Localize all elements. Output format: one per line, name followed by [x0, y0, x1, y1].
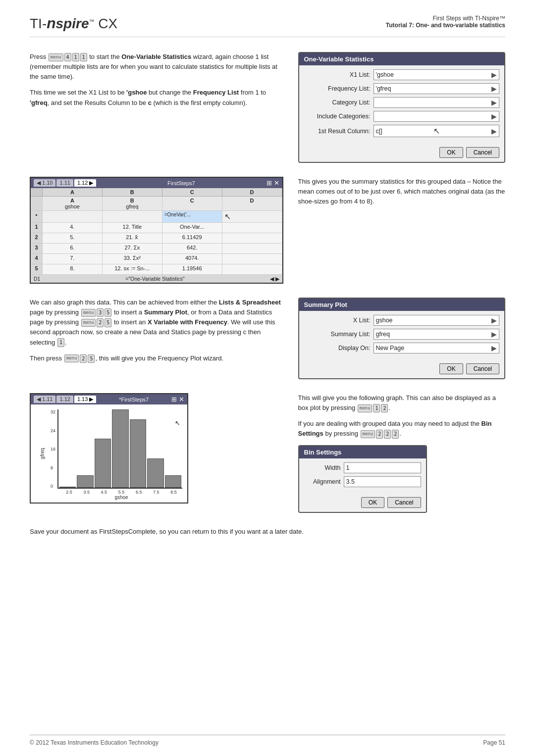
new-page-label: New Page	[376, 345, 405, 352]
ss1-frow-c[interactable]: =OneVar('...	[162, 211, 222, 222]
dialog2-field-sumlist[interactable]: gfreq ▶	[374, 329, 500, 340]
ss1-subhead-c: C	[162, 197, 222, 210]
x-labels: 2.5 3.5 4.5 5.5 6.5 7.5 8.5	[51, 490, 182, 495]
subtitle-line1: First Steps with TI-Nspire™	[386, 15, 505, 22]
ss1-row2-a[interactable]: 5.	[43, 233, 103, 243]
bar-3	[112, 409, 128, 488]
graph-titlebar: ◀ 1.11 1.12 1.13 ▶ *FirstSteps7 ⊞ ✕	[31, 394, 187, 404]
ss1-row3-b[interactable]: 27. Σx	[103, 244, 162, 253]
ss1-row4-d[interactable]	[222, 254, 282, 264]
ss1-row4-c[interactable]: 4074.	[162, 254, 222, 264]
section1-dialog-col: One-Variable Statistics X1 List: 'gshoe …	[298, 52, 506, 163]
ss1-row5-b[interactable]: 12. sx := Sn-...	[103, 264, 162, 274]
dialog2-label-xlist: X List:	[304, 317, 374, 324]
ss1-frow-b[interactable]	[103, 211, 162, 222]
ss1-row4-b[interactable]: 33. Σx²	[103, 254, 162, 264]
dialog2-field-displayon[interactable]: New Page ▶	[374, 343, 500, 353]
ss1-formula-row: • =OneVar('... ↖	[31, 211, 282, 223]
dialog1-buttons: OK Cancel	[299, 144, 505, 162]
chart-inner: 0 8 16 24 32	[51, 409, 182, 489]
graph-tab-111[interactable]: ◀ 1.11	[34, 396, 55, 403]
ss1-row3-c[interactable]: 642.	[162, 244, 222, 253]
ss1-title: FirstSteps7	[167, 180, 195, 186]
ss1-subhead-b: Bgfreq	[103, 197, 162, 210]
bin-field-width[interactable]: 1	[344, 462, 421, 473]
dialog1-row-x1list: X1 List: 'gshoe ▶	[304, 69, 500, 80]
dialog1-label-catlist: Category List:	[304, 99, 374, 106]
y-labels: 0 8 16 24 32	[51, 409, 57, 489]
section1-para2: This time we set the X1 List to be 'gsho…	[30, 88, 283, 107]
ss1-tab-112[interactable]: 1.12 ▶	[74, 179, 96, 187]
x-label-45: 4.5	[95, 490, 112, 495]
y-label-8: 8	[51, 465, 55, 470]
ss1-zoom-icon[interactable]: ⊞	[267, 179, 272, 187]
dialog1-row-inclcat: Include Categories: ▶	[304, 111, 500, 122]
y-label-0: 0	[51, 484, 55, 489]
x-axis-title: gshoe	[51, 495, 182, 500]
bar-0	[59, 487, 76, 488]
section3-para1: We can also graph this data. This can be…	[30, 298, 283, 348]
ss1-row5-a[interactable]: 8.	[43, 264, 103, 274]
dialog2-buttons: OK Cancel	[299, 360, 505, 378]
ss1-row4-a[interactable]: 7.	[43, 254, 103, 264]
arrow-icon: ▶	[491, 112, 497, 120]
ss1-frow-a[interactable]	[43, 211, 103, 222]
graph-icons: ⊞ ✕	[171, 396, 184, 403]
ss1-close-icon[interactable]: ✕	[274, 179, 279, 187]
one-variable-statistics-dialog: One-Variable Statistics X1 List: 'gshoe …	[298, 52, 506, 163]
graph-tab-112[interactable]: 1.12	[56, 396, 73, 403]
dialog1-field-catlist[interactable]: ▶	[374, 97, 500, 108]
ss1-row2-b[interactable]: 21. x̄	[103, 233, 162, 243]
ss1-tab-111[interactable]: 1.11	[56, 179, 73, 187]
ss1-row1-b[interactable]: 12. Title	[103, 223, 162, 233]
dialog1-field-freqlist[interactable]: 'gfreq ▶	[374, 83, 500, 94]
header-subtitle: First Steps with TI-Nspire™ Tutorial 7: …	[386, 15, 505, 29]
bars-area	[57, 409, 182, 489]
bin-dialog-body: Width 1 Alignment 3.5	[299, 458, 426, 494]
dialog1-field-resultcol[interactable]: c[] ↖ ▶	[374, 125, 500, 137]
graph-close-icon[interactable]: ✕	[179, 396, 184, 403]
x-label-25: 2.5	[60, 490, 78, 495]
dialog1-cancel-button[interactable]: Cancel	[466, 147, 499, 158]
y-axis-title: gfreq	[40, 448, 45, 459]
ss1-nav-left[interactable]: ◀	[270, 276, 274, 282]
dialog2-field-xlist[interactable]: gshoe ▶	[374, 315, 500, 326]
x-label-75: 7.5	[148, 490, 165, 495]
bars-container	[58, 409, 182, 488]
bin-ok-button[interactable]: OK	[361, 497, 384, 508]
dialog1-field-x1list[interactable]: 'gshoe ▶	[374, 69, 500, 80]
section4-para2: If you are dealing with grouped data you…	[298, 419, 506, 439]
dialog1-ok-button[interactable]: OK	[439, 147, 463, 158]
dialog2-ok-button[interactable]: OK	[439, 363, 463, 374]
ss1-tab-110[interactable]: ◀ 1.10	[34, 179, 55, 187]
bin-field-align[interactable]: 3.5	[344, 476, 421, 487]
ss1-nav-right[interactable]: ▶	[275, 276, 279, 282]
ss1-tabs: ◀ 1.10 1.11 1.12 ▶	[34, 179, 96, 187]
dialog1-field-inclcat[interactable]: ▶	[374, 111, 500, 122]
ss1-subheader-row: Agshoe Bgfreq C D	[31, 197, 282, 211]
ss1-row3-a[interactable]: 6.	[43, 244, 103, 253]
ss1-row3-num: 3	[31, 244, 43, 253]
ss1-col-b-head: B	[103, 188, 162, 196]
graph-tab-113[interactable]: 1.13 ▶	[74, 396, 96, 403]
chart-area: 0 8 16 24 32	[36, 409, 182, 500]
ss1-row3-d[interactable]	[222, 244, 282, 253]
ss1-row1-d[interactable]	[222, 223, 282, 233]
arrow-icon: ▶	[491, 99, 497, 106]
histogram-col: ◀ 1.11 1.12 1.13 ▶ *FirstSteps7 ⊞ ✕ gfre…	[30, 393, 283, 504]
ss1-row1-c[interactable]: One-Var...	[162, 223, 222, 233]
bar-2	[95, 439, 111, 488]
ss1-row1-a[interactable]: 4.	[43, 223, 103, 233]
dialog1-row-resultcol: 1st Result Column: c[] ↖ ▶	[304, 125, 500, 137]
ss1-frow-d[interactable]: ↖	[222, 211, 282, 222]
dialog2-cancel-button[interactable]: Cancel	[466, 363, 499, 374]
ss1-row2-c[interactable]: 6.11429	[162, 233, 222, 243]
spreadsheet-col: ◀ 1.10 1.11 1.12 ▶ FirstSteps7 ⊞ ✕ A B C	[30, 177, 283, 284]
ss1-row2-d[interactable]	[222, 233, 282, 243]
ss1-row5-d[interactable]	[222, 264, 282, 274]
bin-cancel-button[interactable]: Cancel	[387, 497, 421, 508]
graph-zoom-icon[interactable]: ⊞	[171, 396, 177, 403]
y-label-24: 24	[51, 428, 55, 433]
ss1-subhead-rownum	[31, 197, 43, 210]
ss1-row5-c[interactable]: 1.19546	[162, 264, 222, 274]
